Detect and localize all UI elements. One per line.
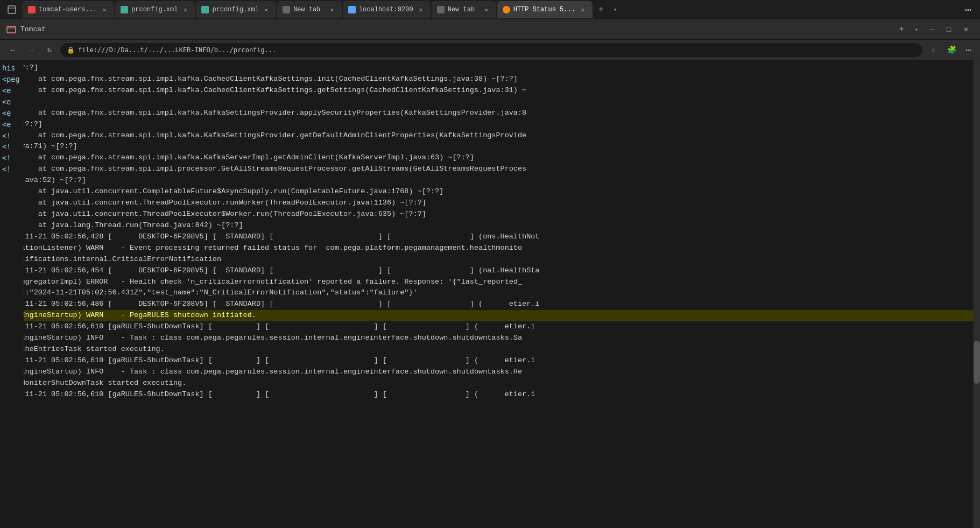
bookmark-button[interactable]: ☆ [926, 43, 941, 58]
tab-favicon [437, 6, 445, 13]
window-title: Tomcat [20, 25, 890, 33]
log-line: r.notifications.internal.CriticalErrorNo… [0, 254, 980, 265]
forward-button[interactable]: → [24, 43, 39, 58]
terminal-log[interactable]: his <peg <e <e <e <e <! <! <! <! ) ~[?:?… [0, 60, 980, 528]
log-content: ) ~[?:?] at com.pega.fnx.stream.spi.impl… [0, 62, 980, 400]
url-lock-icon: 🔒 [67, 46, 75, 54]
window-maximize-button[interactable]: □ [941, 22, 956, 37]
log-line: 2024-11-21 05:02:56,610 [gaRULES-ShutDow… [0, 389, 980, 400]
window-titlebar: Tomcat + ▾ — □ ✕ [0, 19, 980, 40]
log-line: veCacheEntriesTask started executing. [0, 344, 980, 355]
log-line: at java.util.concurrent.CompletableFutur… [0, 186, 980, 198]
log-line: at com.pega.fnx.stream.spi.impl.kafka.Ka… [0, 108, 980, 119]
url-bar[interactable]: 🔒 file:///D:/Da...t/.../...LKER-INFO/b..… [60, 43, 922, 57]
log-line: at com.pega.fnx.stream.spi.impl.kafka.Ka… [0, 130, 980, 142]
tab-close-button[interactable]: ✕ [100, 5, 109, 14]
extensions-button[interactable]: 🧩 [944, 43, 959, 58]
tab-close-button[interactable]: ✕ [328, 5, 336, 14]
tab-tomcat-users[interactable]: tomcat-users... ✕ [23, 1, 114, 18]
log-line: at java.util.concurrent.ThreadPoolExecut… [0, 198, 980, 209]
tab-localhost[interactable]: localhost:9200 ✕ [343, 1, 431, 18]
browser-icon [4, 2, 19, 17]
tab-close-button[interactable]: ✕ [417, 5, 425, 14]
log-line: ) ~[?:?] [0, 62, 980, 74]
back-button[interactable]: ← [5, 43, 20, 58]
log-line: 2024-11-21 05:02:56,610 [gaRULES-ShutDow… [0, 355, 980, 367]
log-line: at com.pega.fnx.stream.spi.impl.kafka.Ca… [0, 85, 980, 96]
log-line: ificationListener) WARN - Event processi… [0, 243, 980, 254]
tab-close-button[interactable]: ✕ [482, 5, 491, 14]
log-line: at com.pega.fnx.stream.spi.impl.kafka.Ka… [0, 152, 980, 164]
tab-favicon [348, 6, 356, 13]
tab-label: localhost:9200 [359, 6, 413, 13]
log-line: time":"2024-11-21T05:02:56.431Z","test_n… [0, 287, 980, 299]
tab-label: tomcat-users... [39, 6, 97, 13]
tab-http-status[interactable]: HTTP Status 5... ✕ [497, 1, 593, 18]
window-minimize-button[interactable]: — [924, 22, 939, 37]
tab-favicon [201, 6, 209, 13]
url-text: file:///D:/Da...t/.../...LKER-INFO/b.../… [78, 46, 276, 54]
tab-favicon [28, 6, 36, 13]
window-tab-dropdown[interactable]: ▾ [911, 22, 922, 37]
log-line: at java.util.concurrent.ThreadPoolExecut… [0, 209, 980, 220]
tab-label: prconfig.xml [131, 6, 178, 13]
left-sidebar: his <peg <e <e <e <e <! <! <! <! [0, 60, 24, 528]
log-line: mpl.EngineStartup) INFO - Task : class c… [0, 333, 980, 344]
new-tab-in-window-button[interactable]: + [894, 22, 909, 37]
tab-prconfig-1[interactable]: prconfig.xml ✕ [115, 1, 195, 18]
log-line-highlight: mpl.EngineStartup) WARN - PegaRULES shut… [0, 310, 980, 321]
tab-favicon [503, 6, 510, 13]
tab-favicon [121, 6, 128, 13]
tomcat-window-icon [6, 25, 16, 34]
log-line: at java.lang.Thread.run(Thread.java:842)… [0, 220, 980, 231]
log-line: 2024-11-21 05:02:56,454 [ DESKTOP-6F208V… [0, 265, 980, 277]
log-line: mpl.EngineStartup) INFO - Task : class c… [0, 367, 980, 378]
log-line: althMonitorShutDownTask started executin… [0, 378, 980, 389]
scrollbar-thumb[interactable] [974, 341, 980, 384]
tab-close-button[interactable]: ✕ [262, 5, 271, 14]
tab-label: HTTP Status 5... [513, 6, 575, 13]
menu-button[interactable]: ⋯ [962, 44, 975, 56]
tab-favicon [283, 6, 290, 13]
refresh-button[interactable]: ↻ [42, 43, 57, 58]
log-line: at com.pega.fnx.stream.spi.impl.kafka.Ca… [0, 74, 980, 85]
tab-close-button[interactable]: ✕ [181, 5, 189, 14]
tab-new-2[interactable]: New tab ✕ [432, 1, 496, 18]
window-close-button[interactable]: ✕ [958, 22, 974, 37]
new-tab-button[interactable]: + [594, 2, 609, 17]
log-line: 2024-11-21 05:02:56,428 [ DESKTOP-6F208V… [0, 231, 980, 243]
tab-dropdown-button[interactable]: ▾ [610, 2, 621, 17]
tab-label: New tab [448, 6, 479, 13]
log-line: [?:?] [0, 96, 980, 108]
tab-new-1[interactable]: New tab ✕ [277, 1, 342, 18]
browser-window: tomcat-users... ✕ prconfig.xml ✕ prconfi… [0, 0, 980, 528]
window-controls: + ▾ — □ ✕ [894, 22, 974, 37]
url-bar-row: ← → ↻ 🔒 file:///D:/Da...t/.../...LKER-IN… [0, 40, 980, 60]
tab-prconfig-2[interactable]: prconfig.xml ✕ [196, 1, 276, 18]
tab-bar: tomcat-users... ✕ prconfig.xml ✕ prconfi… [0, 0, 980, 19]
log-line: 2024-11-21 05:02:56,610 [gaRULES-ShutDow… [0, 321, 980, 333]
log-line: sor.java:52) ~[?:?] [0, 175, 980, 186]
log-line: r.java:71) ~[?:?] [0, 141, 980, 152]
log-line: at com.pega.fnx.stream.spi.impl.processo… [0, 164, 980, 175]
log-line: tusAggregatorImpl) ERROR - Health check … [0, 277, 980, 288]
browser-overflow-button[interactable]: ⋯ [961, 3, 976, 17]
tab-label: New tab [293, 6, 325, 13]
log-line: 0) ~[?:?] [0, 119, 980, 130]
tab-label: prconfig.xml [212, 6, 258, 13]
svg-rect-3 [7, 26, 16, 29]
scrollbar[interactable] [974, 60, 980, 528]
svg-rect-0 [8, 6, 16, 13]
tab-close-button[interactable]: ✕ [579, 5, 587, 14]
log-line: 2024-11-21 05:02:56,486 [ DESKTOP-6F208V… [0, 299, 980, 310]
